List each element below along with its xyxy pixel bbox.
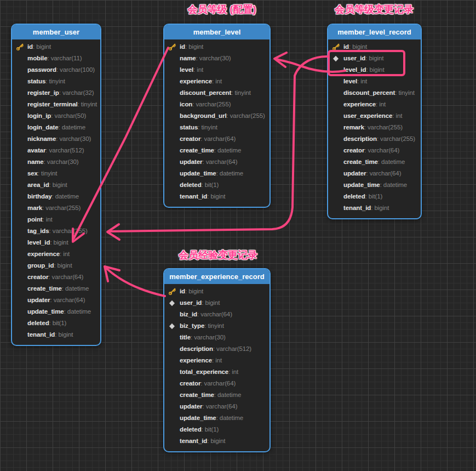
label-member-level: 会员等级 (配置) (188, 3, 256, 16)
field-type: : varchar(512) (213, 345, 251, 352)
field-type: : tinyint (395, 89, 415, 96)
field-type: : varchar(64) (200, 380, 236, 387)
table-member_user[interactable]: member_userid: bigintmobile: varchar(11)… (11, 24, 101, 346)
field-row-create_time: create_time: datetime (12, 283, 100, 294)
field-name: login_ip (27, 112, 51, 119)
field-type: : int (392, 112, 402, 119)
field-row-user_experience: user_experience: int (328, 110, 421, 122)
field-name: background_url (180, 112, 227, 119)
field-name: nickname (27, 135, 56, 142)
field-row-create_time: create_time: datetime (328, 156, 421, 168)
field-row-updater: updater: varchar(64) (164, 401, 269, 412)
index-diamond-icon (332, 55, 340, 63)
field-type: : datetime (52, 193, 79, 200)
field-row-creator: creator: varchar(64) (164, 378, 269, 389)
field-type: : bit(1) (202, 426, 219, 433)
field-row-sex: sex: tinyint (12, 168, 100, 179)
field-name: area_id (27, 181, 49, 188)
field-type: : int (376, 101, 386, 107)
field-row-update_time: update_time: datetime (164, 412, 269, 424)
field-type: : varchar(11) (47, 55, 82, 61)
field-type: : int (212, 78, 222, 84)
field-row-creator: creator: varchar(64) (328, 145, 421, 156)
field-type: : datetime (216, 415, 244, 421)
field-row-group_id: group_id: bigint (12, 260, 100, 271)
field-name: experience (180, 357, 212, 364)
table-title-member_user[interactable]: member_user (12, 25, 100, 39)
field-name: level_id (343, 66, 366, 73)
field-name: group_id (27, 262, 54, 269)
field-row-nickname: nickname: varchar(30) (12, 133, 100, 145)
field-name: deleted (180, 426, 202, 433)
field-row-status: status: tinyint (164, 122, 269, 133)
field-type: : int (60, 251, 70, 257)
table-title-member_level_record[interactable]: member_level_record (328, 25, 421, 39)
field-row-level_id: level_id: bigint (12, 237, 100, 248)
field-type: : bit(1) (365, 193, 383, 200)
field-row-create_time: create_time: datetime (164, 145, 269, 156)
field-row-title: title: varchar(30) (164, 332, 269, 343)
field-type: : bigint (33, 43, 51, 50)
field-type: : varchar(64) (202, 158, 237, 165)
field-row-level_id: level_id: bigint (328, 64, 421, 76)
field-name: discount_percent (180, 89, 231, 96)
index-diamond-icon (168, 322, 176, 330)
field-name: status (180, 124, 198, 130)
field-name: name (27, 158, 44, 165)
field-type: : int (193, 66, 203, 73)
field-row-register_ip: register_ip: varchar(32) (12, 87, 100, 99)
table-member_level_record[interactable]: member_level_recordid: bigintuser_id: bi… (327, 24, 422, 219)
field-type: : varchar(255) (377, 135, 415, 142)
field-name: creator (27, 274, 48, 280)
field-type: : int (228, 368, 238, 375)
field-row-id: id: bigint (12, 41, 100, 53)
field-type: : datetime (380, 181, 408, 188)
field-row-id: id: bigint (328, 41, 421, 53)
primary-key-icon (168, 288, 176, 296)
table-title-member_experience_record[interactable]: member_experience_record (164, 269, 269, 284)
field-name: updater (27, 297, 50, 303)
field-type: : varchar(255) (192, 101, 231, 107)
field-type: : varchar(64) (366, 170, 401, 177)
diagram-canvas[interactable]: member_userid: bigintmobile: varchar(11)… (0, 0, 476, 471)
field-row-background_url: background_url: varchar(255) (164, 110, 269, 122)
field-name: id (343, 43, 349, 50)
table-fields: id: bigintuser_id: bigintbiz_id: varchar… (164, 284, 269, 451)
field-row-user_id: user_id: bigint (328, 53, 421, 64)
field-row-deleted: deleted: bit(1) (164, 179, 269, 191)
field-type: : varchar(64) (364, 147, 399, 154)
field-name: mobile (27, 55, 47, 61)
field-type: : tinyint (204, 322, 224, 329)
field-name: id (180, 43, 185, 50)
table-fields: id: bigintname: varchar(30)level: intexp… (164, 39, 269, 207)
field-row-login_date: login_date: datetime (12, 122, 100, 133)
field-type: : bigint (185, 43, 203, 50)
field-row-description: description: varchar(255) (328, 133, 421, 145)
field-type: : varchar(30) (196, 55, 231, 61)
field-row-experience: experience: int (328, 99, 421, 110)
field-type: : varchar(64) (48, 274, 83, 280)
table-fields: id: bigintmobile: varchar(11)password: v… (12, 39, 100, 345)
field-row-avatar: avatar: varchar(512) (12, 145, 100, 156)
field-row-id: id: bigint (164, 286, 269, 297)
field-name: user_id (343, 55, 365, 61)
field-row-update_time: update_time: datetime (12, 306, 100, 317)
field-name: title (180, 334, 191, 341)
field-row-experience: experience: int (164, 76, 269, 87)
field-name: experience (27, 251, 60, 257)
field-name: id (180, 288, 185, 294)
table-member_experience_record[interactable]: member_experience_recordid: bigintuser_i… (163, 268, 271, 452)
field-row-password: password: varchar(100) (12, 64, 100, 76)
field-row-updater: updater: varchar(64) (12, 294, 100, 306)
field-row-birthday: birthday: datetime (12, 191, 100, 202)
field-row-tag_ids: tag_ids: varchar(255) (12, 225, 100, 237)
field-type: : varchar(100) (56, 66, 95, 73)
field-type: : varchar(64) (200, 135, 236, 142)
table-title-member_level[interactable]: member_level (164, 25, 269, 39)
table-member_level[interactable]: member_levelid: bigintname: varchar(30)l… (163, 24, 271, 208)
label-member-experience-record: 会员经验变更记录 (179, 248, 257, 262)
field-name: level (180, 66, 193, 73)
field-name: status (27, 78, 45, 84)
field-name: biz_id (180, 311, 197, 317)
field-type: : varchar(30) (44, 158, 79, 165)
